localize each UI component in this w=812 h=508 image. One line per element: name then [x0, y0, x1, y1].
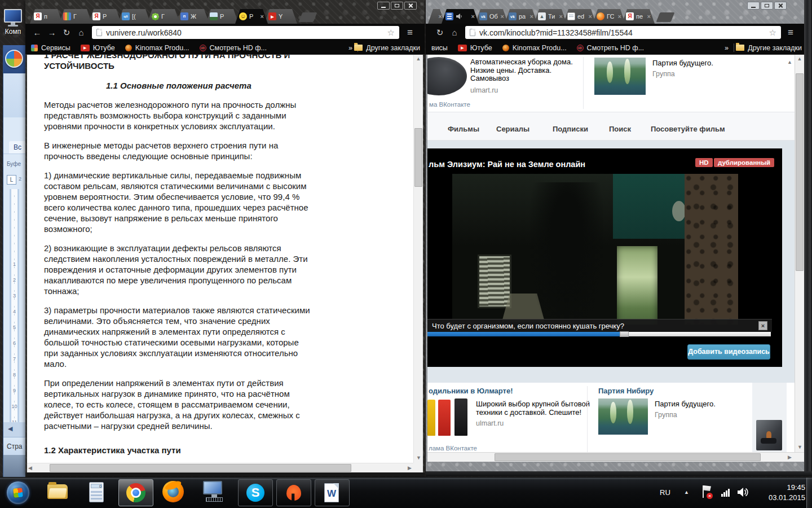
ads-disclaimer-link[interactable]: лама ВКонтакте	[429, 445, 477, 452]
ad-group-title[interactable]: Партия будущего.	[655, 400, 716, 408]
taskbar-firefox-icon[interactable]	[162, 481, 184, 502]
nav-films[interactable]: Фильмы	[448, 125, 479, 133]
scroll-left-arrow-icon[interactable]: ◀	[8, 425, 12, 432]
show-desktop-button[interactable]	[806, 478, 812, 508]
close-button[interactable]	[774, 2, 787, 10]
video-ad-banner[interactable]: Что будет с организмом, если постоянно к…	[427, 319, 772, 332]
desktop-icon-computer[interactable]: Комп	[1, 9, 25, 36]
browser-tab[interactable]: ЯР	[89, 9, 121, 24]
scroll-up-arrow-icon[interactable]: ▲	[414, 55, 423, 63]
browser-tab[interactable]: Р	[206, 9, 239, 24]
video-thumbnail[interactable]	[756, 420, 782, 450]
group-ad-image[interactable]	[598, 398, 648, 435]
tray-expand-icon[interactable]: ▲	[684, 489, 689, 495]
close-tab-icon[interactable]: ×	[471, 13, 475, 20]
nav-series[interactable]: Сериалы	[496, 125, 529, 133]
bookmarks-overflow-chevron[interactable]: »	[725, 44, 729, 52]
back-icon[interactable]: ←	[30, 28, 45, 37]
word-hscroll[interactable]: ◀	[3, 422, 25, 437]
scroll-down-arrow-icon[interactable]: ▼	[795, 443, 804, 452]
video-frame[interactable]	[452, 174, 738, 335]
nav-subscriptions[interactable]: Подписки	[553, 125, 588, 133]
url-bar[interactable]: vunivere.ru/work6840 ☆	[92, 26, 399, 39]
scrollbar-thumb[interactable]	[495, 453, 761, 461]
horizontal-scrollbar[interactable]: ▶	[427, 452, 804, 462]
start-button[interactable]	[7, 481, 29, 504]
bookmark-kinomax[interactable]: Kinomax Produ...	[502, 44, 567, 52]
fridges-ad-image[interactable]	[427, 398, 471, 437]
ads-disclaimer-link[interactable]: ма ВКонтакте	[429, 101, 470, 108]
other-bookmarks[interactable]: Другие закладки	[736, 44, 802, 52]
home-icon[interactable]: ⌂	[74, 28, 89, 37]
browser-tab[interactable]: vkОб×	[475, 9, 508, 24]
progress-handle[interactable]	[620, 331, 629, 337]
close-tab-icon[interactable]: ×	[530, 13, 533, 20]
browser-tab[interactable]: Г	[59, 9, 92, 24]
maximize-button[interactable]	[761, 2, 773, 10]
vertical-scrollbar[interactable]: ▲ ▼	[795, 55, 804, 452]
bookmark-youtube[interactable]: ▶Ютубе	[81, 44, 115, 52]
scrollbar-thumb[interactable]	[796, 73, 804, 271]
bookmark-youtube[interactable]: ▶Ютубе	[458, 44, 492, 52]
close-tab-icon[interactable]: ×	[647, 13, 651, 20]
bookmark-services-partial[interactable]: висы	[431, 44, 448, 52]
volume-speaker-icon[interactable]	[736, 487, 749, 498]
close-button[interactable]	[404, 2, 417, 10]
browser-tab[interactable]: Яп	[30, 9, 63, 24]
close-tab-icon[interactable]: ×	[501, 13, 504, 20]
scroll-right-arrow-icon[interactable]: ▶	[408, 464, 412, 472]
taskbar-origin-button[interactable]	[276, 479, 311, 506]
ad-title-link[interactable]: Партия Нибиру	[598, 387, 654, 395]
scrollbar-thumb[interactable]	[50, 464, 351, 472]
browser-tab[interactable]: vkра×	[505, 9, 537, 24]
new-tab-button[interactable]	[299, 12, 317, 22]
forward-icon[interactable]: →	[45, 28, 59, 37]
taskbar-explorer-icon[interactable]	[47, 484, 69, 501]
close-tab-icon[interactable]: ×	[589, 13, 592, 20]
clock[interactable]: 19:45 03.01.2015	[756, 483, 805, 503]
bookmark-star-icon[interactable]: ☆	[387, 28, 395, 38]
url-bar[interactable]: vk.com/kinoclub?mid=11323458#film/15544 …	[465, 26, 781, 39]
menu-icon[interactable]: ≡	[788, 27, 793, 38]
bookmark-star-icon[interactable]: ☆	[769, 28, 776, 38]
language-indicator[interactable]: RU	[660, 488, 670, 497]
close-tab-icon[interactable]: ×	[618, 13, 621, 20]
reload-icon[interactable]: ↻	[59, 28, 74, 38]
home-icon[interactable]: ⌂	[447, 28, 462, 37]
browser-tab-active[interactable]: ☺Р×	[235, 9, 268, 24]
browser-tab[interactable]: ▲Ти×	[534, 9, 567, 24]
url-text[interactable]: vunivere.ru/work6840	[106, 28, 383, 37]
maximize-button[interactable]	[391, 2, 403, 10]
ad-group-title[interactable]: Партия будущего.	[652, 59, 713, 67]
action-center-flag-icon[interactable]: ×	[701, 485, 713, 499]
word-tabstop-selector[interactable]: L	[7, 175, 16, 185]
inner-scroll-up-icon[interactable]: ▲	[787, 58, 792, 67]
group-ad-image[interactable]	[594, 58, 646, 95]
office-button[interactable]	[5, 50, 23, 68]
ad-domain-link[interactable]: ulmart.ru	[476, 419, 590, 428]
browser-tab[interactable]: Япе×	[622, 9, 655, 24]
scroll-right-arrow-icon[interactable]: ▶	[788, 453, 792, 462]
taskbar-word-button[interactable]: W	[315, 479, 350, 506]
robot-vacuum-ad-image[interactable]	[427, 57, 467, 95]
url-text[interactable]: vk.com/kinoclub?mid=11323458#film/15544	[479, 28, 765, 37]
browser-tab[interactable]: ГС×	[593, 9, 625, 24]
taskbar-chrome-button[interactable]	[118, 479, 153, 506]
vertical-scrollbar[interactable]: ▲ ▼	[413, 55, 423, 463]
taskbar-skype-button[interactable]: S	[238, 479, 273, 506]
other-bookmarks[interactable]: Другие закладки	[354, 44, 420, 52]
close-tab-icon[interactable]: ×	[439, 13, 442, 20]
scrollbar-thumb[interactable]	[414, 128, 422, 187]
new-tab-button[interactable]	[656, 12, 675, 22]
browser-tab[interactable]: Г	[147, 9, 180, 24]
network-signal-icon[interactable]	[721, 488, 732, 497]
add-video-button[interactable]: Добавить видеозапись	[687, 344, 770, 360]
bookmark-services[interactable]: Сервисы	[31, 44, 70, 52]
ad-title-link[interactable]: одильники в Юлмарте!	[429, 387, 513, 395]
menu-icon[interactable]: ≡	[407, 27, 413, 38]
scroll-left-arrow-icon[interactable]: ◀	[28, 464, 32, 472]
minimize-button[interactable]	[747, 2, 760, 10]
scroll-down-arrow-icon[interactable]: ▼	[414, 454, 423, 462]
reload-icon[interactable]: ↻	[433, 28, 447, 38]
scroll-up-arrow-icon[interactable]: ▲	[795, 55, 804, 63]
